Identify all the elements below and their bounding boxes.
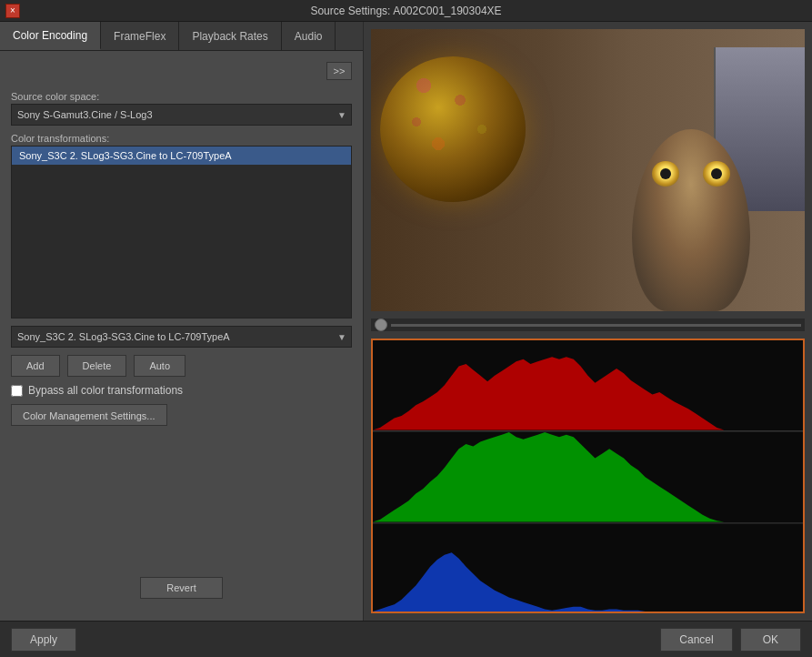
add-button[interactable]: Add bbox=[11, 355, 60, 377]
transform-item[interactable]: Sony_S3C 2. SLog3-SG3.Cine to LC-709Type… bbox=[12, 147, 351, 165]
bottom-bar: Apply Cancel OK bbox=[0, 621, 812, 657]
tab-playback-rates[interactable]: Playback Rates bbox=[179, 22, 281, 50]
settings-row: Color Management Settings... bbox=[11, 404, 352, 426]
scene bbox=[371, 29, 805, 311]
panel-content: >> Source color space: Sony S-Gamut3.Cin… bbox=[0, 51, 363, 621]
color-transforms-label: Color transformations: bbox=[11, 133, 352, 144]
revert-button[interactable]: Revert bbox=[140, 577, 222, 599]
tab-frameflex[interactable]: FrameFlex bbox=[101, 22, 179, 50]
color-management-settings-button[interactable]: Color Management Settings... bbox=[11, 404, 167, 426]
ok-button[interactable]: OK bbox=[740, 628, 801, 652]
source-color-space-wrapper: Sony S-Gamut3.Cine / S-Log3 ▼ bbox=[11, 104, 352, 126]
svg-marker-2 bbox=[373, 552, 803, 612]
tab-audio[interactable]: Audio bbox=[282, 22, 336, 50]
owl-eye-left bbox=[652, 161, 679, 187]
revert-row: Revert bbox=[11, 570, 352, 610]
scrub-handle[interactable] bbox=[375, 318, 387, 331]
svg-marker-1 bbox=[373, 432, 803, 521]
main-layout: Color Encoding FrameFlex Playback Rates … bbox=[0, 22, 812, 621]
color-transforms-section: Color transformations: Sony_S3C 2. SLog3… bbox=[11, 133, 352, 318]
tab-color-encoding[interactable]: Color Encoding bbox=[0, 22, 101, 50]
window-title: Source Settings: A002C001_190304XE bbox=[310, 5, 501, 17]
transform-actions: Add Delete Auto bbox=[11, 355, 352, 377]
histogram-container bbox=[371, 339, 805, 613]
transform-list[interactable]: Sony_S3C 2. SLog3-SG3.Cine to LC-709Type… bbox=[11, 146, 352, 318]
title-bar: × Source Settings: A002C001_190304XE bbox=[0, 0, 812, 22]
auto-button[interactable]: Auto bbox=[134, 355, 185, 377]
svg-marker-0 bbox=[373, 357, 803, 430]
source-color-space-label: Source color space: bbox=[11, 91, 352, 102]
apply-button[interactable]: Apply bbox=[11, 628, 76, 652]
spacer bbox=[11, 433, 352, 562]
orb-dots bbox=[380, 56, 526, 202]
green-channel bbox=[373, 432, 803, 521]
scrub-bar[interactable] bbox=[371, 318, 805, 331]
tabs-bar: Color Encoding FrameFlex Playback Rates … bbox=[0, 22, 363, 51]
collapse-button[interactable]: >> bbox=[326, 62, 352, 80]
cancel-button[interactable]: Cancel bbox=[660, 628, 732, 652]
scrub-track bbox=[391, 324, 801, 327]
source-color-space-section: Source color space: Sony S-Gamut3.Cine /… bbox=[11, 91, 352, 126]
bypass-checkbox[interactable] bbox=[11, 385, 23, 397]
owl-eye-right bbox=[703, 161, 730, 187]
left-panel: Color Encoding FrameFlex Playback Rates … bbox=[0, 22, 364, 621]
red-channel bbox=[373, 357, 803, 430]
bypass-label: Bypass all color transformations bbox=[28, 384, 183, 397]
delete-button[interactable]: Delete bbox=[67, 355, 127, 377]
owl-pupil-left bbox=[660, 168, 671, 179]
owl-pupil-right bbox=[711, 168, 722, 179]
selected-transform-row: Sony_S3C 2. SLog3-SG3.Cine to LC-709Type… bbox=[11, 326, 352, 348]
selected-transform-select[interactable]: Sony_S3C 2. SLog3-SG3.Cine to LC-709Type… bbox=[11, 326, 352, 348]
right-panel bbox=[364, 22, 812, 621]
preview-image bbox=[371, 29, 805, 311]
histogram-svg bbox=[373, 340, 803, 612]
source-color-space-select[interactable]: Sony S-Gamut3.Cine / S-Log3 bbox=[11, 104, 352, 126]
blue-channel bbox=[373, 552, 803, 612]
close-button[interactable]: × bbox=[5, 4, 20, 18]
bypass-row: Bypass all color transformations bbox=[11, 384, 352, 397]
